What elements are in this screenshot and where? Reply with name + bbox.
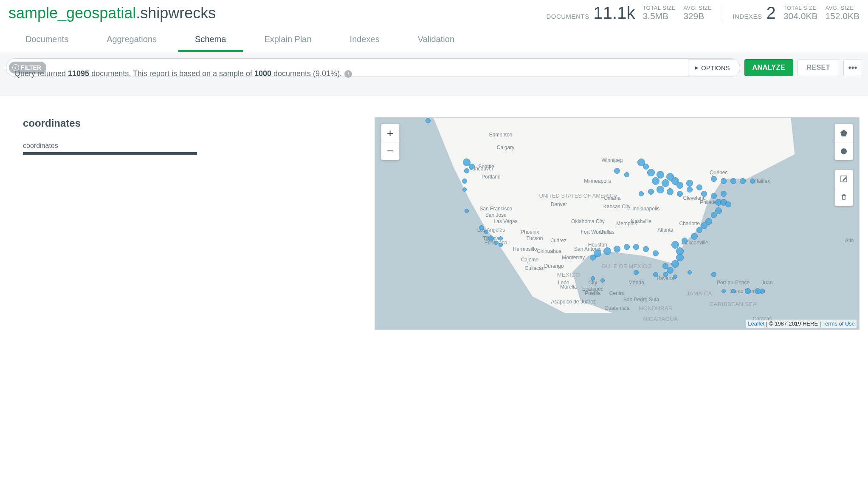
map-data-point[interactable] bbox=[499, 236, 503, 241]
map-data-point[interactable] bbox=[730, 178, 736, 184]
map-data-point[interactable] bbox=[657, 186, 664, 193]
map-data-point[interactable] bbox=[676, 182, 683, 189]
map-data-point[interactable] bbox=[721, 289, 726, 293]
map-data-point[interactable] bbox=[725, 201, 731, 207]
map-data-point[interactable] bbox=[657, 171, 664, 178]
zoom-in-button[interactable]: + bbox=[381, 124, 399, 142]
edit-shape-button[interactable] bbox=[835, 170, 853, 188]
ellipsis-icon: ••• bbox=[848, 63, 857, 73]
reset-button[interactable]: RESET bbox=[798, 59, 839, 76]
map-data-point[interactable] bbox=[633, 244, 639, 250]
map-data-point[interactable] bbox=[469, 164, 475, 170]
map-data-point[interactable] bbox=[745, 288, 751, 294]
map-data-point[interactable] bbox=[696, 227, 702, 233]
tab-aggregations[interactable]: Aggregations bbox=[90, 28, 174, 52]
map-data-point[interactable] bbox=[462, 178, 467, 184]
map-data-point[interactable] bbox=[667, 267, 674, 274]
draw-polygon-button[interactable] bbox=[835, 124, 853, 142]
zoom-out-button[interactable]: − bbox=[381, 142, 399, 160]
map-data-point[interactable] bbox=[688, 270, 692, 275]
map-data-point[interactable] bbox=[701, 191, 707, 197]
map-data-point[interactable] bbox=[691, 233, 698, 240]
map-city-label: UNITED STATES OF AMERICA bbox=[539, 193, 617, 199]
map-data-point[interactable] bbox=[711, 272, 716, 277]
map-data-point[interactable] bbox=[653, 250, 659, 256]
map-data-point[interactable] bbox=[663, 272, 668, 277]
map-city-label: San Pedro Sula bbox=[623, 297, 659, 303]
map-city-label: Port-au-Prince bbox=[717, 280, 750, 286]
map-data-point[interactable] bbox=[750, 178, 755, 184]
map-data-point[interactable] bbox=[464, 168, 469, 173]
map-city-label: Guatemala bbox=[604, 305, 629, 311]
map-data-point[interactable] bbox=[671, 260, 679, 268]
tab-documents[interactable]: Documents bbox=[8, 28, 85, 52]
map-data-point[interactable] bbox=[652, 177, 659, 185]
map-city-label: Monterrey bbox=[562, 255, 585, 261]
edit-shape-control bbox=[834, 170, 853, 206]
map-data-point[interactable] bbox=[647, 169, 655, 176]
map-data-point[interactable] bbox=[711, 176, 717, 182]
leaflet-link[interactable]: Leaflet bbox=[748, 320, 764, 327]
sample-count: 1000 bbox=[254, 69, 271, 78]
map-data-point[interactable] bbox=[686, 180, 693, 187]
map-data-point[interactable] bbox=[731, 289, 736, 293]
map-data-point[interactable] bbox=[721, 178, 727, 184]
map-data-point[interactable] bbox=[696, 184, 702, 190]
map-data-point[interactable] bbox=[643, 164, 649, 170]
map-data-point[interactable] bbox=[677, 191, 683, 197]
map-data-point[interactable] bbox=[653, 272, 658, 277]
map-data-point[interactable] bbox=[711, 193, 717, 199]
map-data-point[interactable] bbox=[676, 254, 684, 261]
delete-shape-button[interactable] bbox=[835, 188, 853, 206]
map-data-point[interactable] bbox=[667, 188, 674, 195]
map-data-point[interactable] bbox=[687, 187, 693, 193]
map-data-point[interactable] bbox=[662, 263, 668, 269]
draw-circle-button[interactable] bbox=[835, 142, 853, 160]
map-data-point[interactable] bbox=[740, 178, 746, 184]
map-city-label: Durango bbox=[544, 263, 564, 269]
stats-divider bbox=[722, 4, 722, 22]
database-name[interactable]: sample_geospatial bbox=[8, 4, 136, 22]
tab-schema[interactable]: Schema bbox=[178, 28, 243, 52]
map-data-point[interactable] bbox=[662, 179, 669, 187]
tab-validation[interactable]: Validation bbox=[401, 28, 471, 52]
map-data-point[interactable] bbox=[479, 225, 484, 230]
map-data-point[interactable] bbox=[484, 230, 488, 234]
map-data-point[interactable] bbox=[426, 118, 431, 123]
tab-indexes[interactable]: Indexes bbox=[333, 28, 397, 52]
tab-explain-plan[interactable]: Explain Plan bbox=[247, 28, 328, 52]
map-data-point[interactable] bbox=[624, 172, 629, 177]
info-icon[interactable]: i bbox=[344, 70, 352, 78]
schema-field-panel: coordinates coordinates bbox=[8, 117, 366, 330]
content-row: coordinates coordinates EdmontonCalgaryV… bbox=[0, 96, 868, 338]
map-data-point[interactable] bbox=[682, 238, 688, 244]
analyze-button[interactable]: ANALYZE bbox=[744, 59, 794, 76]
map-data-point[interactable] bbox=[634, 270, 639, 275]
map-data-point[interactable] bbox=[639, 191, 644, 196]
field-type-bar[interactable] bbox=[23, 152, 197, 155]
map-data-point[interactable] bbox=[624, 244, 630, 250]
more-options-button[interactable]: ••• bbox=[843, 59, 862, 76]
options-button[interactable]: ▸ OPTIONS bbox=[688, 59, 737, 76]
map-data-point[interactable] bbox=[603, 247, 611, 255]
map-data-point[interactable] bbox=[673, 275, 677, 279]
map-data-point[interactable] bbox=[499, 243, 503, 247]
map-data-point[interactable] bbox=[600, 278, 605, 283]
map-data-point[interactable] bbox=[643, 246, 649, 252]
zoom-control: + − bbox=[381, 124, 400, 160]
map-data-point[interactable] bbox=[462, 187, 467, 192]
map-data-point[interactable] bbox=[494, 241, 498, 245]
map-data-point[interactable] bbox=[721, 191, 727, 197]
map-data-point[interactable] bbox=[614, 246, 620, 252]
map-data-point[interactable] bbox=[488, 235, 494, 241]
map-data-point[interactable] bbox=[760, 289, 765, 294]
map-data-point[interactable] bbox=[711, 212, 717, 218]
map-data-point[interactable] bbox=[590, 255, 596, 261]
map-data-point[interactable] bbox=[648, 189, 654, 195]
map-panel[interactable]: EdmontonCalgaryVancouverSeattleWinnipegP… bbox=[375, 117, 860, 330]
map-city-label: Dallas bbox=[600, 229, 614, 235]
map-data-point[interactable] bbox=[614, 168, 620, 174]
map-data-point[interactable] bbox=[591, 276, 595, 280]
terms-link[interactable]: Terms of Use bbox=[822, 320, 855, 327]
map-data-point[interactable] bbox=[465, 209, 469, 213]
